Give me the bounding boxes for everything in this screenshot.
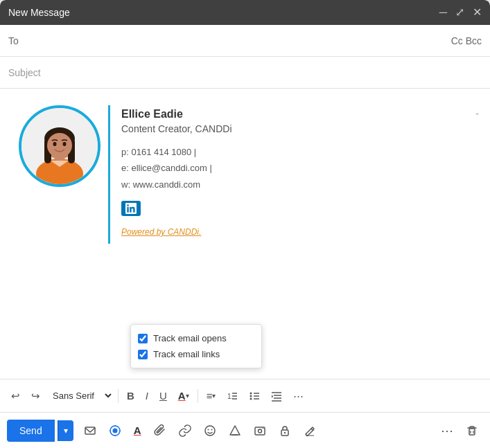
more-button[interactable]: ⋯ — [436, 420, 458, 442]
svg-point-7 — [47, 133, 72, 158]
align-button[interactable]: ≡▾ — [202, 387, 220, 404]
bold-button[interactable]: B — [123, 387, 139, 404]
svg-point-32 — [207, 429, 209, 430]
subject-input[interactable] — [8, 67, 482, 78]
sig-title: Content Creator, CANDDi — [121, 123, 473, 134]
avatar-circle — [19, 105, 100, 187]
close-icon[interactable]: ✕ — [473, 7, 482, 18]
link-button[interactable] — [174, 421, 196, 440]
svg-point-16 — [250, 397, 252, 400]
website-label: w: — [121, 179, 130, 190]
text-format-button[interactable]: A — [129, 421, 146, 440]
text-format-icon: A — [134, 424, 141, 436]
send-button[interactable]: Send — [7, 420, 55, 442]
track-email-links-checkbox[interactable] — [138, 350, 148, 359]
track-email-opens-item[interactable]: Track email opens — [138, 330, 254, 346]
toolbar-divider-2 — [198, 389, 198, 403]
svg-point-37 — [258, 429, 261, 433]
more-formatting-button[interactable]: ⋯ — [289, 387, 308, 405]
numbered-list-button[interactable]: 1. — [222, 388, 242, 404]
signature-info: Ellice Eadie Content Creator, CANDDi p: … — [121, 105, 473, 240]
avatar-illustration — [21, 108, 98, 184]
sig-website: w: www.canddi.com — [121, 177, 473, 192]
compose-window: New Message ─ ⤢ ✕ To Cc Bcc — [0, 0, 490, 448]
indent-icon — [271, 391, 282, 402]
underline-button[interactable]: U — [155, 387, 171, 404]
photo-icon — [254, 424, 266, 437]
formatting-toolbar: Track email opens Track email links ↩ ↪ … — [0, 379, 490, 412]
indent-button[interactable] — [267, 388, 286, 404]
website-value: www.canddi.com — [133, 179, 201, 190]
font-color-button[interactable]: A ▾ — [174, 387, 193, 404]
phone-suffix: | — [194, 147, 196, 157]
linkedin-icon[interactable] — [121, 201, 141, 216]
bullet-list-button[interactable] — [245, 388, 264, 404]
bottom-toolbar: Send ▾ A — [0, 412, 490, 448]
signature-icon — [304, 424, 316, 437]
confidential-button[interactable] — [274, 421, 296, 440]
more-options-icon — [84, 424, 96, 437]
minimize-icon[interactable]: ─ — [439, 7, 447, 18]
tracking-button[interactable] — [104, 421, 126, 440]
drive-button[interactable] — [224, 421, 246, 440]
sig-contact: p: 0161 414 1080 | e: ellice@canddi.com … — [121, 144, 473, 192]
tracking-icon — [109, 424, 121, 437]
svg-point-14 — [250, 392, 252, 394]
sig-name: Ellice Eadie — [121, 108, 473, 120]
subject-row — [0, 57, 490, 89]
svg-point-15 — [250, 395, 252, 397]
to-label: To — [8, 35, 29, 46]
linkedin-svg — [125, 203, 137, 214]
svg-point-33 — [211, 429, 212, 430]
email-label: e: — [121, 163, 129, 173]
track-email-links-item[interactable]: Track email links — [138, 346, 254, 362]
signature-button[interactable] — [299, 421, 321, 440]
svg-point-26 — [112, 428, 117, 433]
sig-email: e: ellice@canddi.com | — [121, 160, 473, 176]
svg-point-9 — [63, 142, 67, 146]
svg-rect-42 — [469, 429, 475, 435]
phone-value: 0161 414 1080 — [131, 147, 191, 157]
emoji-button[interactable] — [199, 421, 221, 440]
delete-icon — [466, 424, 478, 437]
track-email-opens-label: Track email opens — [153, 333, 227, 343]
bullet-list-icon — [249, 391, 260, 402]
to-row: To Cc Bcc — [0, 25, 490, 57]
email-suffix: | — [209, 163, 211, 173]
svg-rect-24 — [85, 427, 95, 434]
signature-divider — [108, 105, 110, 244]
email-value: ellice@canddi.com — [131, 163, 207, 173]
collapse-signature-button[interactable]: - — [475, 108, 479, 119]
numbered-list-icon: 1. — [227, 391, 238, 402]
redo-button[interactable]: ↪ — [27, 387, 44, 405]
font-family-select[interactable]: Sans Serif Serif Monospace — [47, 388, 114, 403]
svg-point-8 — [53, 142, 57, 146]
tracking-dropdown: Track email opens Track email links — [130, 324, 262, 368]
title-bar: New Message ─ ⤢ ✕ — [0, 0, 490, 25]
signature-container: Ellice Eadie Content Creator, CANDDi p: … — [11, 105, 479, 244]
svg-point-31 — [205, 426, 215, 436]
italic-button[interactable]: I — [141, 387, 152, 404]
svg-marker-34 — [230, 426, 240, 435]
cc-bcc-toggle[interactable]: Cc Bcc — [451, 35, 482, 46]
photo-button[interactable] — [249, 421, 271, 440]
to-input[interactable] — [29, 35, 451, 46]
attach-file-icon — [154, 424, 166, 437]
toolbar-divider-1 — [118, 389, 119, 403]
track-email-opens-checkbox[interactable] — [138, 334, 148, 343]
signature-avatar — [11, 105, 108, 187]
undo-button[interactable]: ↩ — [7, 387, 24, 405]
confidential-icon — [279, 424, 291, 437]
attach-file-button[interactable] — [149, 421, 171, 440]
window-title: New Message — [8, 7, 70, 18]
delete-button[interactable] — [461, 421, 483, 440]
svg-point-38 — [262, 427, 263, 429]
send-dropdown-button[interactable]: ▾ — [58, 420, 73, 441]
powered-by-link[interactable]: Powered by CANDDi. — [121, 227, 473, 237]
svg-point-40 — [283, 431, 285, 433]
more-options-button[interactable] — [79, 421, 101, 440]
sig-phone: p: 0161 414 1080 | — [121, 144, 473, 160]
maximize-icon[interactable]: ⤢ — [455, 7, 464, 18]
title-bar-controls: ─ ⤢ ✕ — [439, 7, 482, 18]
track-email-links-label: Track email links — [153, 349, 220, 359]
